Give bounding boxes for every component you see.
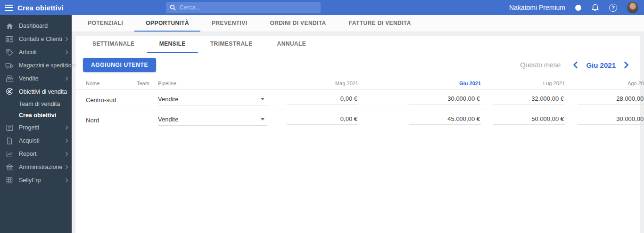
page-title: Crea obiettivi [17,4,64,12]
search-bar[interactable] [166,2,321,13]
chevron-right-icon [65,123,68,132]
row-name: Nord [75,117,137,124]
sidebar-item-magazzini-e-spedizioni[interactable]: Magazzini e spedizioni [0,59,72,72]
header-month-ago: Ago 2021 [565,80,644,86]
goals-table: Nome Team Pipeline Mag 2021 Giu 2021 Lug… [75,77,640,130]
sidebar-item-contatti-e-clienti[interactable]: Contatti e Clienti [0,32,72,46]
truck-icon [5,61,14,70]
next-month-icon[interactable] [624,61,629,69]
chevron-right-icon [65,176,68,185]
table-row-nord: Nord Vendite 0,00 € 45.000,00 € 50.000,0… [75,110,640,130]
topbar-right-cluster: Nakatomi Premium ? [509,2,644,13]
sidebar-item-sellyerp[interactable]: SellyErp [0,174,72,187]
chevron-right-icon [65,150,68,158]
previous-month-icon[interactable] [572,61,578,69]
user-avatar[interactable] [627,2,638,13]
document-icon [5,137,14,145]
chevron-right-icon [65,163,68,171]
home-icon [5,22,14,30]
building-icon [5,176,14,185]
sidebar-item-acquisti[interactable]: Acquisti [0,134,72,147]
chevron-right-icon [65,48,68,56]
contacts-icon [5,35,14,43]
goal-input-giu[interactable]: 45.000,00 € [409,115,481,125]
tab-settimanale[interactable]: SETTIMANALE [80,36,147,53]
goal-input-giu[interactable]: 30.000,00 € [409,95,481,104]
month-navigator: Questo mese Giu 2021 [520,61,633,69]
period-label: Questo mese [520,61,561,69]
sidebar-item-amministrazione[interactable]: Amministrazione [0,161,72,174]
table-toolbar: AGGIUNGI UTENTE Questo mese Giu 2021 [75,53,640,77]
sidebar-item-progetti[interactable]: Progetti [0,121,72,134]
add-user-button[interactable]: AGGIUNGI UTENTE [83,58,156,72]
goal-input-lug[interactable]: 32.000,00 € [493,95,565,104]
current-month-label: Giu 2021 [586,61,616,69]
chevron-right-icon [65,61,68,70]
menu-hamburger-icon[interactable] [5,5,13,11]
target-icon [5,88,14,96]
tab-annuale[interactable]: ANNUALE [265,36,318,53]
tab-preventivi[interactable]: PREVENTIVI [200,15,258,32]
help-icon[interactable]: ? [609,4,617,12]
sidebar-item-articoli[interactable]: Articoli [0,46,72,59]
tab-fatture-di-vendita[interactable]: FATTURE DI VENDITA [338,15,422,32]
table-header-row: Nome Team Pipeline Mag 2021 Giu 2021 Lug… [75,77,640,89]
header-month-giu-active: Giu 2021 [358,80,481,86]
header-month-lug: Lug 2021 [481,80,565,86]
tab-potenziali[interactable]: POTENZIALI [76,15,134,32]
goal-input-mag[interactable]: 0,00 € [287,115,358,125]
chevron-right-icon [65,137,68,145]
tab-ordini-di-vendita[interactable]: ORDINI DI VENDITA [258,15,337,32]
status-dot-icon[interactable] [575,5,581,11]
tab-trimestrale[interactable]: TRIMESTRALE [198,36,265,53]
sidebar-subitem-crea-obiettivi[interactable]: Crea obiettivi [0,110,72,121]
select-caret-icon [261,98,264,100]
cash-register-icon [5,74,14,83]
search-input[interactable] [180,4,317,11]
account-name: Nakatomi Premium [509,4,565,11]
goal-input-lug[interactable]: 50.000,00 € [493,115,565,125]
table-row-centro-sud: Centro-sud Vendite 0,00 € 30.000,00 € 32… [75,89,640,110]
goals-card: SETTIMANALE MENSILE TRIMESTRALE ANNUALE … [75,36,640,233]
tab-mensile[interactable]: MENSILE [147,36,198,53]
chevron-right-icon [65,74,68,83]
sidebar-item-obiettivi-di-vendita[interactable]: Obiettivi di vendita [0,85,72,98]
header-team: Team [137,80,158,86]
main-content: POTENZIALI OPPORTUNITÀ PREVENTIVI ORDINI… [72,15,644,233]
tag-icon [5,48,14,56]
sidebar-subitem-team-di-vendita[interactable]: Team di vendita [0,98,72,110]
chart-icon [5,150,14,158]
period-tabs: SETTIMANALE MENSILE TRIMESTRALE ANNUALE [75,36,640,53]
header-nome: Nome [75,80,137,86]
header-month-mag: Mag 2021 [283,80,358,86]
document-type-tabs: POTENZIALI OPPORTUNITÀ PREVENTIVI ORDINI… [72,15,644,32]
top-app-bar: Crea obiettivi Nakatomi Premium ? [0,0,644,15]
select-caret-icon [261,118,264,121]
header-pipeline: Pipeline [158,80,283,86]
chevron-right-icon [65,35,68,43]
bank-icon [5,163,14,171]
pipeline-select[interactable]: Vendite [158,115,267,126]
search-icon [170,4,176,11]
sidebar-item-report[interactable]: Report [0,147,72,161]
chevron-down-icon [65,88,68,96]
row-name: Centro-sud [75,96,137,104]
sidebar-nav: Dashboard Contatti e Clienti Articoli Ma… [0,15,72,233]
sidebar-item-vendite[interactable]: Vendite [0,72,72,85]
tab-opportunita[interactable]: OPPORTUNITÀ [134,15,200,32]
notifications-bell-icon[interactable] [591,3,599,12]
sidebar-item-dashboard[interactable]: Dashboard [0,19,72,32]
pipeline-select[interactable]: Vendite [158,95,267,105]
goal-input-ago[interactable]: 30.000,00 € [578,115,644,125]
list-icon [5,123,14,132]
goal-input-mag[interactable]: 0,00 € [287,95,358,104]
goal-input-ago[interactable]: 28.000,00 € [578,95,644,104]
